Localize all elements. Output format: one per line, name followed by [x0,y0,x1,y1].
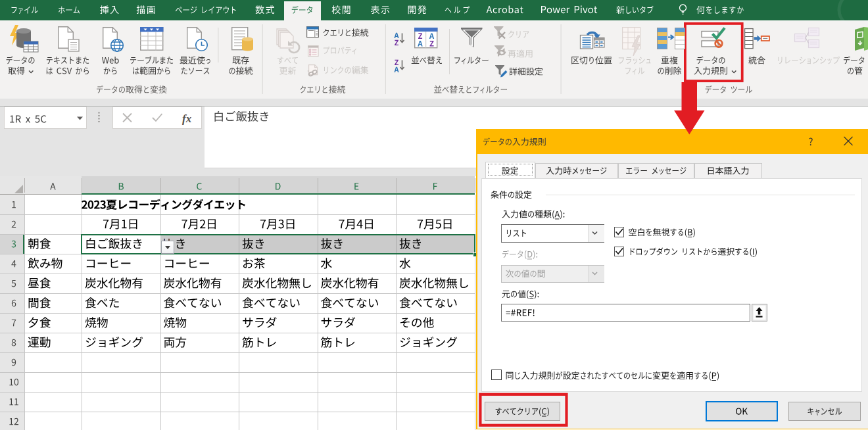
svg-text:fx: fx [182,112,192,125]
